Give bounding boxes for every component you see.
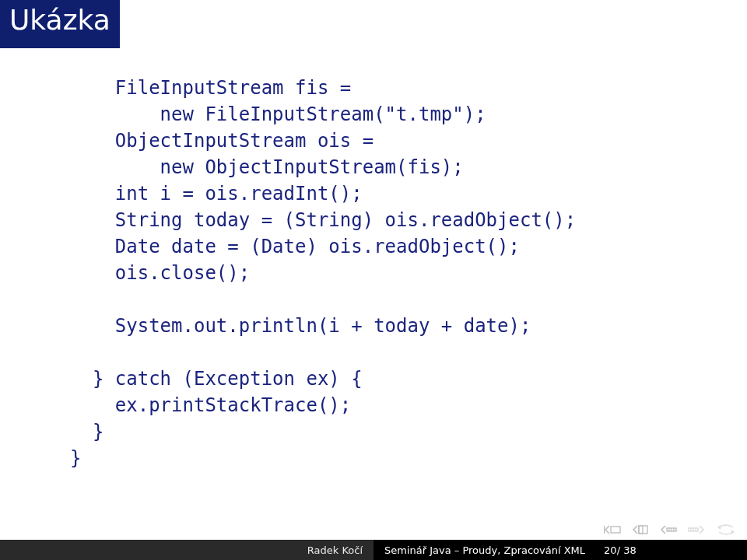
nav-section-prev-icon[interactable]: [660, 525, 677, 534]
nav-back-forward-icon[interactable]: [716, 524, 736, 535]
svg-rect-0: [604, 526, 605, 534]
footer-talk-title: Seminář Java – Proudy, Zpracování XML: [384, 544, 585, 556]
footer-page-number: 20/ 38: [604, 544, 637, 556]
nav-section-next-icon[interactable]: [688, 525, 705, 534]
nav-first-icon[interactable]: [604, 525, 621, 534]
slide: Ukázka FileInputStream fis = new FileInp…: [0, 0, 747, 560]
slide-title: Ukázka: [0, 0, 120, 48]
footer-author: Radek Kočí: [0, 540, 374, 560]
footer-talk: Seminář Java – Proudy, Zpracování XML 20…: [374, 540, 747, 560]
code-block: FileInputStream fis = new FileInputStrea…: [70, 75, 716, 471]
nav-icons: [604, 521, 736, 538]
nav-prev-icon[interactable]: [632, 525, 649, 534]
svg-rect-1: [611, 527, 620, 533]
footer: Radek Kočí Seminář Java – Proudy, Zpraco…: [0, 540, 747, 560]
slide-content: FileInputStream fis = new FileInputStrea…: [70, 75, 716, 471]
svg-rect-3: [639, 526, 643, 534]
